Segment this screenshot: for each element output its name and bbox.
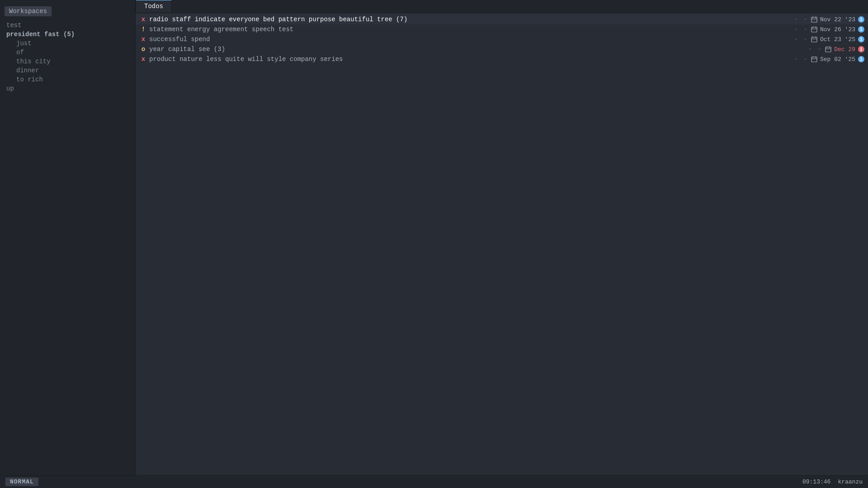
todo-meta: - - Sep 02 '25i: [794, 56, 864, 63]
status-right: 09:13:46 kraanzu: [802, 479, 863, 485]
todo-row[interactable]: !statement energy agreement speech test-…: [136, 24, 868, 34]
status-time: 09:13:46: [802, 479, 830, 485]
svg-rect-12: [826, 47, 831, 52]
todo-text: year capital see (3): [149, 46, 803, 53]
todo-text: successful spend: [149, 36, 789, 43]
todo-meta: - - Nov 26 '23i: [794, 26, 864, 33]
tab-todos[interactable]: Todos: [136, 0, 172, 12]
svg-rect-8: [811, 37, 817, 42]
todo-meta: - - Dec 29i: [808, 46, 864, 53]
sidebar-item-test[interactable]: test: [0, 21, 135, 30]
todo-date: Nov 26 '23: [811, 26, 855, 33]
sidebar-item-just[interactable]: just: [0, 39, 135, 48]
todo-status-icon: o: [139, 46, 147, 53]
todo-row[interactable]: xradio staff indicate everyone bed patte…: [136, 14, 868, 24]
todo-dashes: - -: [794, 56, 808, 63]
main-area: Workspaces testpresident fast (5)justoft…: [0, 0, 868, 475]
todo-dashes: - -: [794, 26, 808, 33]
todo-date-text: Sep 02 '25: [820, 56, 855, 63]
todo-date-text: Oct 23 '25: [820, 36, 855, 43]
todo-text: statement energy agreement speech test: [149, 26, 789, 33]
tab-bar: Todos: [136, 0, 868, 13]
todo-date: Nov 22 '23: [811, 16, 855, 23]
sidebar: Workspaces testpresident fast (5)justoft…: [0, 0, 136, 475]
todo-meta: - - Nov 22 '23i: [794, 16, 864, 23]
sidebar-item-up[interactable]: up: [0, 84, 135, 93]
content-area: Todos xradio staff indicate everyone bed…: [136, 0, 868, 475]
todo-row[interactable]: xproduct nature less quite will style co…: [136, 54, 868, 64]
status-bar: NORMAL 09:13:46 kraanzu: [0, 475, 868, 488]
todo-date-text: Nov 26 '23: [820, 26, 855, 33]
todo-date: Oct 23 '25: [811, 36, 855, 43]
todo-status-icon: x: [139, 36, 147, 43]
todo-list: xradio staff indicate everyone bed patte…: [136, 13, 868, 475]
sidebar-item-of[interactable]: of: [0, 48, 135, 57]
status-mode: NORMAL: [5, 478, 38, 486]
calendar-icon: [811, 36, 817, 42]
todo-date: Sep 02 '25: [811, 56, 855, 63]
todo-row[interactable]: oyear capital see (3)- - Dec 29i: [136, 44, 868, 54]
todo-dashes: - -: [794, 16, 808, 23]
todo-meta: - - Oct 23 '25i: [794, 36, 864, 43]
todo-status-icon: !: [139, 26, 147, 33]
todo-status-icon: x: [139, 56, 147, 63]
svg-rect-16: [811, 57, 817, 62]
calendar-icon: [811, 26, 817, 33]
sidebar-item-to-rich[interactable]: to rich: [0, 75, 135, 84]
todo-date: Dec 29: [825, 46, 855, 53]
info-dot: i: [858, 56, 864, 62]
todo-date-text: Dec 29: [834, 46, 855, 53]
sidebar-item-this-city[interactable]: this city: [0, 57, 135, 66]
sidebar-item-dinner[interactable]: dinner: [0, 66, 135, 75]
svg-rect-0: [811, 17, 817, 22]
todo-text: radio staff indicate everyone bed patter…: [149, 16, 789, 23]
todo-dashes: - -: [808, 46, 822, 53]
calendar-icon: [811, 56, 817, 62]
todo-date-text: Nov 22 '23: [820, 16, 855, 23]
sidebar-item-president-fast[interactable]: president fast (5): [0, 30, 135, 39]
info-dot: i: [858, 46, 864, 52]
todo-dashes: - -: [794, 36, 808, 43]
todo-status-icon: x: [139, 16, 147, 23]
calendar-icon: [811, 16, 817, 23]
todo-row[interactable]: xsuccessful spend- - Oct 23 '25i: [136, 34, 868, 44]
info-dot: i: [858, 36, 864, 42]
calendar-icon: [825, 46, 831, 52]
status-user: kraanzu: [838, 479, 863, 485]
workspaces-button[interactable]: Workspaces: [5, 6, 52, 16]
todo-text: product nature less quite will style com…: [149, 56, 789, 63]
svg-rect-4: [811, 27, 817, 32]
info-dot: i: [858, 16, 864, 23]
info-dot: i: [858, 26, 864, 33]
